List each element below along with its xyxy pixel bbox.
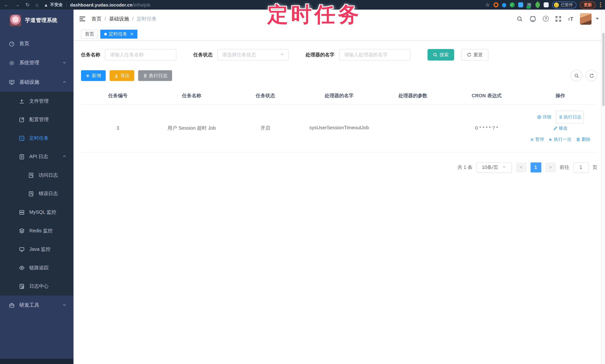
search-button[interactable]: 搜索 bbox=[428, 49, 454, 60]
extension-on-badge: on bbox=[526, 6, 530, 9]
trash-icon bbox=[576, 137, 580, 142]
handler-name-input[interactable] bbox=[339, 49, 411, 60]
pen-icon bbox=[553, 126, 558, 130]
extensions-puzzle-icon[interactable] bbox=[543, 2, 548, 7]
exec-log-button[interactable]: 执行日志 bbox=[138, 70, 172, 81]
sidebar-collapse-icon[interactable] bbox=[79, 16, 85, 21]
home-icon[interactable]: ⌂ bbox=[36, 2, 39, 8]
row-exec-log-link[interactable]: 执行日志 bbox=[556, 111, 584, 124]
warning-icon: ▲ bbox=[44, 2, 48, 7]
refresh-icon[interactable] bbox=[586, 70, 597, 81]
top-navbar: 首页 / 基础设施 / 定时任务 ? TT bbox=[73, 10, 605, 28]
sidebar-item-dev-tools[interactable]: 研发工具 bbox=[0, 296, 73, 315]
job-status-label: 任务状态 bbox=[193, 52, 213, 58]
extension-grid-icon[interactable] bbox=[518, 2, 523, 7]
prev-page-button[interactable]: < bbox=[516, 162, 526, 172]
sidebar-item-log-center[interactable]: 日志中心 bbox=[0, 277, 73, 296]
main-area: 首页 / 基础设施 / 定时任务 ? TT bbox=[73, 10, 605, 364]
bookmark-star-icon[interactable]: ☆ bbox=[485, 2, 490, 8]
breadcrumb-separator: / bbox=[132, 16, 134, 22]
tab-close-icon[interactable]: ✕ bbox=[130, 31, 133, 37]
export-button[interactable]: 导出 bbox=[110, 70, 134, 81]
browser-menu-icon[interactable] bbox=[600, 2, 601, 7]
sidebar-item-file-manage[interactable]: 文件管理 bbox=[0, 92, 73, 110]
goto-page-input[interactable] bbox=[573, 162, 589, 173]
reset-button[interactable]: 重置 bbox=[461, 49, 488, 60]
search-icon[interactable] bbox=[517, 16, 523, 22]
chevron-down-icon bbox=[63, 60, 66, 66]
forward-icon[interactable]: → bbox=[15, 2, 20, 8]
breadcrumb-separator: / bbox=[105, 16, 106, 22]
monitor-icon bbox=[9, 79, 15, 85]
app-logo[interactable]: 芋道管理系统 bbox=[0, 10, 73, 31]
page-size-select[interactable]: 10条/页 bbox=[476, 162, 512, 173]
col-cron: CRON 表达式 bbox=[450, 88, 524, 104]
fullscreen-icon[interactable] bbox=[555, 16, 561, 22]
address-bar[interactable]: dashboard.yudao.iocoder.cn/infra/job bbox=[70, 2, 150, 7]
avatar-caret-icon[interactable] bbox=[596, 18, 599, 20]
download-icon bbox=[114, 74, 118, 78]
extension-list-icon[interactable]: on bbox=[526, 2, 531, 7]
scrollbar[interactable] bbox=[601, 10, 605, 364]
sidebar-item-config-manage[interactable]: 配置管理 bbox=[0, 110, 73, 129]
logo-avatar bbox=[10, 14, 21, 26]
sidebar-item-infra[interactable]: 基础设施 bbox=[0, 73, 73, 92]
extension-check-icon[interactable]: ✓ bbox=[510, 2, 514, 7]
address-divider bbox=[66, 2, 66, 7]
toolbar-right bbox=[571, 70, 597, 81]
toggle-search-icon[interactable] bbox=[571, 70, 582, 81]
sidebar-item-error-log[interactable]: 错误日志 bbox=[0, 184, 73, 203]
search-icon bbox=[433, 52, 438, 57]
scrollbar-thumb[interactable] bbox=[602, 33, 605, 106]
sidebar-item-mysql-monitor[interactable]: MySQL 监控 bbox=[0, 203, 73, 221]
tab-home[interactable]: 首页 bbox=[81, 30, 98, 39]
chevron-down-icon bbox=[502, 165, 506, 170]
sidebar-item-tracing[interactable]: 链路追踪 bbox=[0, 259, 73, 277]
table-toolbar: 新增 导出 执行日志 bbox=[81, 70, 597, 81]
browser-window: ← → ↻ ⌂ ▲ 不安全 dashboard.yudao.iocoder.cn… bbox=[0, 0, 605, 364]
font-size-icon[interactable]: TT bbox=[568, 16, 573, 21]
extension-leaf-icon[interactable] bbox=[534, 1, 541, 8]
pause-link[interactable]: 暂停 bbox=[530, 135, 544, 144]
paused-profile-badge[interactable]: 已暂停 bbox=[552, 1, 577, 8]
add-button[interactable]: 新增 bbox=[81, 70, 106, 81]
run-once-link[interactable]: 执行一次 bbox=[549, 135, 572, 144]
back-icon[interactable]: ← bbox=[4, 2, 9, 8]
extension-ring-icon[interactable] bbox=[493, 2, 498, 7]
sidebar-item-scheduled-jobs[interactable]: 定时任务 bbox=[0, 129, 73, 147]
sidebar-item-home[interactable]: 首页 bbox=[0, 34, 73, 53]
sidebar-item-redis-monitor[interactable]: Redis 监控 bbox=[0, 221, 73, 240]
next-page-button[interactable]: > bbox=[545, 162, 556, 172]
delete-link[interactable]: 删除 bbox=[576, 135, 591, 144]
sidebar-item-api-log[interactable]: API 日志 bbox=[0, 147, 73, 166]
upload-cloud-icon bbox=[19, 98, 25, 104]
sidebar: 芋道管理系统 首页 系统管理 bbox=[0, 10, 73, 364]
update-button[interactable]: 更新 bbox=[580, 1, 596, 9]
sidebar-item-system[interactable]: 系统管理 bbox=[0, 53, 73, 73]
jobs-table: 任务编号 任务名称 任务状态 处理器的名字 处理器的参数 CRON 表达式 操作… bbox=[81, 88, 597, 152]
tab-scheduled-jobs[interactable]: 定时任务 ✕ bbox=[100, 30, 137, 39]
security-chip[interactable]: ▲ 不安全 bbox=[44, 2, 63, 8]
browser-nav-buttons: ← → ↻ ⌂ bbox=[4, 2, 39, 8]
page-1-button[interactable]: 1 bbox=[530, 162, 541, 172]
github-icon[interactable] bbox=[529, 15, 536, 22]
user-avatar[interactable] bbox=[580, 13, 592, 24]
col-handler-name: 处理器的名字 bbox=[302, 88, 376, 104]
job-name-input[interactable] bbox=[105, 49, 176, 60]
list-icon bbox=[143, 74, 147, 78]
breadcrumb-infra[interactable]: 基础设施 bbox=[109, 15, 129, 22]
help-icon[interactable]: ? bbox=[543, 16, 549, 22]
job-status-select[interactable]: 请选择任务状态 bbox=[217, 49, 289, 60]
sidebar-item-access-log[interactable]: 访问日志 bbox=[0, 166, 73, 184]
extension-drop-icon[interactable] bbox=[502, 3, 506, 7]
edit-link[interactable]: 修改 bbox=[553, 124, 568, 133]
detail-link[interactable]: 详细 bbox=[537, 112, 552, 122]
log-center-icon bbox=[19, 283, 25, 289]
refresh-icon bbox=[467, 52, 472, 57]
breadcrumb-home[interactable]: 首页 bbox=[92, 15, 102, 22]
app-root: 芋道管理系统 首页 系统管理 bbox=[0, 10, 605, 364]
sidebar-bottom-strip bbox=[0, 359, 73, 364]
plus-icon bbox=[86, 74, 90, 78]
reload-icon[interactable]: ↻ bbox=[26, 2, 30, 8]
sidebar-item-java-monitor[interactable]: Java 监控 bbox=[0, 240, 73, 259]
